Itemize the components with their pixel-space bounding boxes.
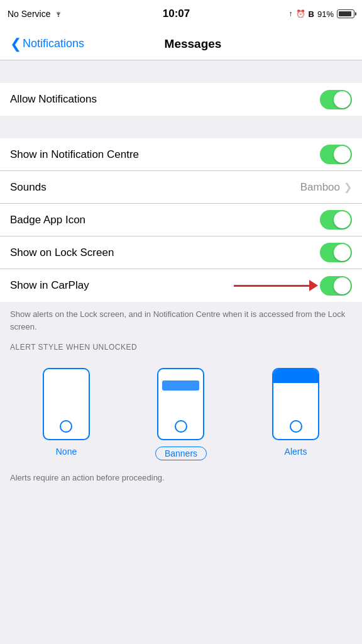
red-arrow-annotation	[234, 280, 318, 291]
status-right: ↑ ⏰ B 91%	[289, 9, 354, 19]
group-allow-notifications: Allow Notifications	[0, 83, 362, 116]
phone-icon-alerts	[272, 368, 319, 440]
badge-app-icon-toggle[interactable]	[320, 210, 352, 230]
show-notification-centre-toggle[interactable]	[320, 145, 352, 164]
back-button[interactable]: ❮ Notifications	[10, 37, 84, 51]
row-show-lock-screen: Show on Lock Screen	[0, 236, 362, 269]
toggle-knob	[334, 91, 351, 108]
row-badge-app-icon: Badge App Icon	[0, 204, 362, 236]
arrow-head	[309, 280, 318, 291]
badge-app-icon-label: Badge App Icon	[10, 214, 320, 226]
show-notification-centre-label: Show in Notification Centre	[10, 148, 320, 161]
alert-style-none-label: None	[56, 447, 77, 457]
alert-style-header: ALERT STYLE WHEN UNLOCKED	[0, 336, 362, 355]
back-label: Notifications	[23, 37, 84, 50]
phone-icon-banners	[157, 368, 204, 440]
battery-percent: 91%	[317, 9, 334, 19]
section-gap-1	[0, 60, 362, 83]
battery-icon	[337, 9, 354, 18]
row-sounds[interactable]: Sounds Bamboo ❯	[0, 171, 362, 204]
alert-style-alerts[interactable]: Alerts	[272, 368, 319, 457]
nav-bar: ❮ Notifications Messages	[0, 28, 362, 60]
show-lock-screen-toggle[interactable]	[320, 243, 352, 262]
phone-home-button	[290, 420, 302, 433]
section-gap-2	[0, 116, 362, 138]
alert-style-container: None Banners Alerts	[0, 355, 362, 467]
sounds-chevron-icon: ❯	[344, 181, 352, 193]
show-lock-screen-label: Show on Lock Screen	[10, 247, 320, 259]
sounds-label: Sounds	[10, 181, 300, 194]
arrow-line	[234, 285, 309, 287]
alert-style-none[interactable]: None	[43, 368, 90, 457]
allow-notifications-label: Allow Notifications	[10, 93, 320, 106]
toggle-knob-4	[334, 244, 351, 261]
row-show-notification-centre: Show in Notification Centre	[0, 138, 362, 171]
toggle-knob-2	[334, 146, 351, 163]
allow-notifications-toggle[interactable]	[320, 90, 352, 109]
row-allow-notifications: Allow Notifications	[0, 83, 362, 116]
page-title: Messages	[84, 37, 302, 51]
bluetooth-icon: B	[309, 9, 314, 19]
status-bar: No Service 10:07 ↑ ⏰ B 91%	[0, 0, 362, 28]
footer-text: Alerts require an action before proceedi…	[0, 467, 362, 489]
back-chevron-icon: ❮	[10, 37, 21, 51]
phone-banner-fill	[273, 369, 318, 383]
description-text: Show alerts on the Lock screen, and in N…	[0, 302, 362, 336]
sounds-value: Bamboo	[300, 181, 340, 194]
toggle-knob-5	[334, 277, 351, 294]
status-time: 10:07	[163, 8, 190, 20]
svg-point-0	[58, 16, 59, 17]
phone-icon-none	[43, 368, 90, 440]
show-carplay-toggle[interactable]	[320, 276, 352, 296]
status-left: No Service	[8, 9, 63, 19]
alarm-icon: ⏰	[296, 9, 305, 18]
location-icon: ↑	[289, 9, 293, 18]
alert-style-banners[interactable]: Banners	[155, 368, 207, 460]
phone-home-button	[175, 420, 187, 433]
row-show-carplay: Show in CarPlay	[0, 269, 362, 302]
wifi-icon	[53, 9, 63, 19]
toggle-knob-3	[334, 211, 351, 228]
alert-style-alerts-label: Alerts	[285, 447, 307, 457]
group-notification-options: Show in Notification Centre Sounds Bambo…	[0, 138, 362, 302]
phone-home-button	[60, 420, 72, 433]
carrier-label: No Service	[8, 9, 50, 19]
alert-style-banners-label: Banners	[155, 447, 207, 460]
